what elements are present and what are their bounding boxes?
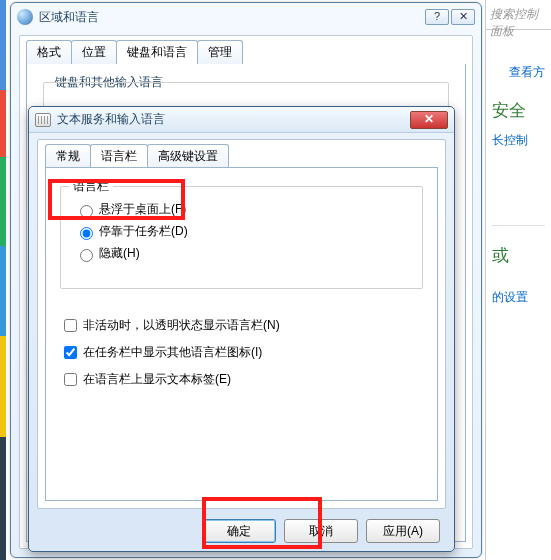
help-button[interactable]: ?: [425, 9, 449, 25]
tab-admin[interactable]: 管理: [197, 40, 243, 64]
link-settings[interactable]: 的设置: [486, 271, 551, 324]
radio-float-desktop[interactable]: 悬浮于桌面上(F): [75, 201, 422, 218]
checkbox-label: 在语言栏上显示文本标签(E): [83, 371, 231, 388]
checkbox-input[interactable]: [64, 373, 77, 386]
ok-button[interactable]: 确定: [202, 519, 276, 543]
dialog-title: 区域和语言: [39, 9, 425, 26]
keyboard-icon: [35, 113, 51, 127]
tab-location[interactable]: 位置: [71, 40, 117, 64]
radio-label: 悬浮于桌面上(F): [99, 201, 186, 218]
radio-input[interactable]: [80, 249, 93, 262]
cancel-button[interactable]: 取消: [284, 519, 358, 543]
dialog-body: 常规 语言栏 高级键设置 语言栏 悬浮于桌面上(F) 停靠于任务栏(D) 隐藏(…: [37, 139, 446, 509]
check-show-extra-icons[interactable]: 在任务栏中显示其他语言栏图标(I): [60, 343, 423, 362]
radio-hidden[interactable]: 隐藏(H): [75, 245, 422, 262]
section-security: 安全: [486, 81, 551, 126]
tab-language-bar[interactable]: 语言栏: [90, 144, 148, 167]
search-input[interactable]: 搜索控制面板: [486, 0, 551, 30]
tab-keyboard[interactable]: 键盘和语言: [116, 40, 198, 64]
globe-icon: [17, 9, 33, 25]
checkbox-label: 非活动时，以透明状态显示语言栏(N): [83, 317, 280, 334]
tab-panel: 语言栏 悬浮于桌面上(F) 停靠于任务栏(D) 隐藏(H) 非活动时，以透明状: [45, 167, 438, 501]
checkbox-block: 非活动时，以透明状态显示语言栏(N) 在任务栏中显示其他语言栏图标(I) 在语言…: [60, 308, 423, 397]
titlebar: 文本服务和输入语言 ✕: [29, 107, 454, 133]
tab-format[interactable]: 格式: [26, 40, 72, 64]
checkbox-input[interactable]: [64, 319, 77, 332]
radio-label: 停靠于任务栏(D): [99, 223, 188, 240]
button-row: 确定 取消 应用(A): [29, 519, 454, 543]
apply-button[interactable]: 应用(A): [366, 519, 440, 543]
radio-label: 隐藏(H): [99, 245, 140, 262]
checkbox-input[interactable]: [64, 346, 77, 359]
left-icon-strip: [0, 0, 6, 560]
tabs: 格式 位置 键盘和语言 管理: [26, 40, 472, 64]
text-services-dialog: 文本服务和输入语言 ✕ 常规 语言栏 高级键设置 语言栏 悬浮于桌面上(F) 停…: [28, 106, 455, 552]
dialog-title: 文本服务和输入语言: [57, 111, 410, 128]
group-title: 语言栏: [69, 178, 113, 195]
tab-advanced-keys[interactable]: 高级键设置: [147, 144, 229, 167]
check-transparent-inactive[interactable]: 非活动时，以透明状态显示语言栏(N): [60, 316, 423, 335]
radio-dock-taskbar[interactable]: 停靠于任务栏(D): [75, 223, 422, 240]
titlebar: 区域和语言 ? ✕: [11, 3, 481, 31]
check-show-text-labels[interactable]: 在语言栏上显示文本标签(E): [60, 370, 423, 389]
tabs: 常规 语言栏 高级键设置: [45, 144, 445, 167]
group-language-bar: 语言栏 悬浮于桌面上(F) 停靠于任务栏(D) 隐藏(H): [60, 186, 423, 289]
section-or: 或: [486, 226, 551, 271]
checkbox-label: 在任务栏中显示其他语言栏图标(I): [83, 344, 262, 361]
radio-input[interactable]: [80, 227, 93, 240]
link-parental[interactable]: 长控制: [486, 126, 551, 155]
control-panel-right-fragment: 搜索控制面板 查看方 安全 长控制 或 的设置: [485, 0, 551, 560]
radio-input[interactable]: [80, 205, 93, 218]
tab-general[interactable]: 常规: [45, 144, 91, 167]
close-button[interactable]: ✕: [410, 111, 448, 129]
close-button[interactable]: ✕: [451, 9, 475, 25]
